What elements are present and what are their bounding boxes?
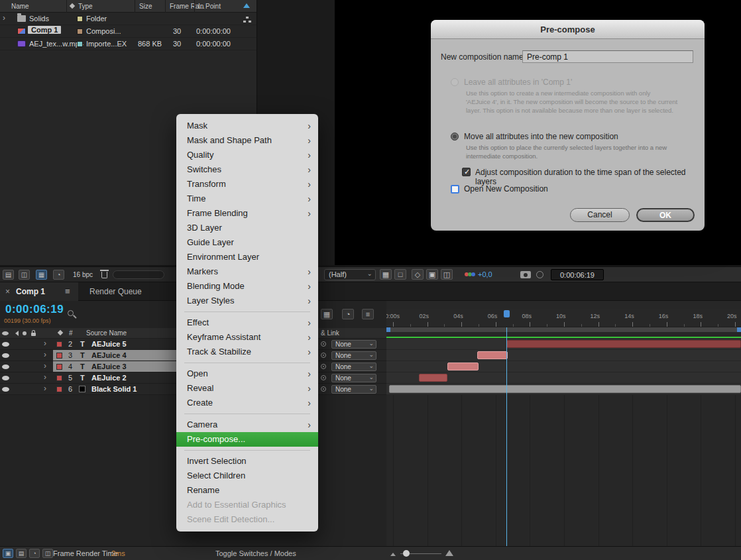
menu-item-blending-mode[interactable]: Blending Mode› xyxy=(176,279,318,294)
column-in-point[interactable]: In Point xyxy=(198,3,221,10)
radio-move-attributes[interactable] xyxy=(451,133,459,140)
cancel-button[interactable]: Cancel xyxy=(570,208,630,222)
work-area-end-handle[interactable] xyxy=(737,327,741,332)
menu-item-invert-selection[interactable]: Invert Selection xyxy=(176,454,318,469)
take-snapshot-icon[interactable] xyxy=(520,271,531,278)
menu-item-guide-layer[interactable]: Guide Layer xyxy=(176,235,318,250)
playhead[interactable] xyxy=(506,327,507,546)
label-color-swatch[interactable] xyxy=(56,353,62,359)
panel-menu-icon[interactable]: ≡ xyxy=(65,286,70,296)
eye-icon[interactable] xyxy=(2,387,9,392)
pick-whip-icon[interactable] xyxy=(321,386,326,392)
audio-column-speaker-icon[interactable] xyxy=(13,331,19,336)
open-new-composition-checkbox[interactable] xyxy=(451,185,459,194)
playhead-grabber[interactable] xyxy=(504,310,510,317)
menu-item-reveal[interactable]: Reveal› xyxy=(176,381,318,396)
menu-item-keyframe-assistant[interactable]: Keyframe Assistant› xyxy=(176,330,318,345)
enable-motion-blur-icon[interactable]: ◫ xyxy=(42,549,53,558)
pick-whip-icon[interactable] xyxy=(321,364,326,369)
rulers-icon[interactable]: □ xyxy=(394,269,406,280)
mini-flowchart-icon[interactable]: ▤ xyxy=(3,270,14,280)
new-composition-icon[interactable]: ▦ xyxy=(36,270,47,280)
menu-item-pre-compose[interactable]: Pre-compose... xyxy=(176,432,318,447)
eye-icon[interactable] xyxy=(2,342,9,347)
menu-item-camera[interactable]: Camera› xyxy=(176,418,318,432)
label-column-tag-icon[interactable] xyxy=(58,330,63,335)
grid-and-guides-icon[interactable]: ▦ xyxy=(380,269,392,280)
region-of-interest-icon[interactable]: ▣ xyxy=(426,269,438,280)
panel-collapse-arrow-icon[interactable] xyxy=(243,3,250,8)
hide-shy-layers-icon[interactable]: ◔ xyxy=(29,549,40,558)
current-time-display[interactable]: 0:00:06:19 xyxy=(5,303,64,316)
zoom-in-mountain-icon[interactable] xyxy=(445,550,453,556)
column-type[interactable]: Type xyxy=(78,3,93,10)
eye-icon[interactable] xyxy=(2,353,9,358)
menu-item-track-stabilize[interactable]: Track & Stabilize› xyxy=(176,345,318,359)
menu-item-layer-styles[interactable]: Layer Styles› xyxy=(176,294,318,308)
toggle-transparency-grid-icon[interactable]: ◫ xyxy=(441,269,453,280)
menu-item-create[interactable]: Create› xyxy=(176,396,318,410)
parent-link-select[interactable]: None⌄ xyxy=(331,385,376,394)
exposure-offset[interactable]: +0,0 xyxy=(478,270,492,278)
eye-icon[interactable] xyxy=(2,364,9,369)
layer-bar-aejuice-4[interactable] xyxy=(477,351,508,359)
tab-render-queue[interactable]: Render Queue xyxy=(89,287,142,296)
work-area-bar[interactable] xyxy=(386,327,741,332)
menu-item-transform[interactable]: Transform› xyxy=(176,177,318,192)
menu-item-environment-layer[interactable]: Environment Layer xyxy=(176,250,318,264)
show-snapshot-icon[interactable] xyxy=(536,271,543,278)
video-column-eye-icon[interactable] xyxy=(2,331,9,335)
column-name[interactable]: Name xyxy=(11,3,29,10)
label-color-swatch[interactable] xyxy=(56,375,62,381)
resolution-select[interactable]: (Half) ⌄ xyxy=(324,269,376,280)
close-icon[interactable]: × xyxy=(5,287,10,296)
layer-expand-chevron[interactable]: › xyxy=(44,372,46,382)
column-size[interactable]: Size xyxy=(139,3,152,10)
menu-item-quality[interactable]: Quality› xyxy=(176,148,318,162)
layer-bar-aejuice-3[interactable] xyxy=(447,363,479,370)
menu-item-3d-layer[interactable]: 3D Layer xyxy=(176,221,318,235)
composition-name-input[interactable] xyxy=(522,50,693,63)
twirl-icon[interactable]: › xyxy=(3,13,5,23)
toggle-switches-modes-button[interactable]: Toggle Switches / Modes xyxy=(215,549,296,557)
draft-3d-icon[interactable]: ▤ xyxy=(16,549,27,558)
menu-item-mask-and-shape-path[interactable]: Mask and Shape Path› xyxy=(176,133,318,148)
parent-link-select[interactable]: None⌄ xyxy=(331,363,376,371)
menu-item-markers[interactable]: Markers› xyxy=(176,264,318,279)
layer-expand-chevron[interactable]: › xyxy=(44,350,46,359)
column-divider[interactable] xyxy=(135,0,135,13)
layer-bar-black-solid-1[interactable] xyxy=(389,385,741,393)
layer-bar-aejuice-2[interactable] xyxy=(419,374,447,382)
toggle-mask-visibility-icon[interactable]: ◇ xyxy=(412,269,424,280)
source-name-column[interactable]: Source Name xyxy=(86,329,127,337)
ok-button[interactable]: OK xyxy=(636,208,695,222)
parent-link-select[interactable]: None⌄ xyxy=(331,351,376,360)
preview-time-indicator[interactable]: 0:00:06:19 xyxy=(551,269,604,280)
motion-blur-icon[interactable]: ◔ xyxy=(342,309,354,319)
menu-item-select-children[interactable]: Select Children xyxy=(176,469,318,483)
menu-item-mask[interactable]: Mask› xyxy=(176,119,318,133)
fast-previews-icon[interactable] xyxy=(465,272,475,278)
parent-link-select[interactable]: None⌄ xyxy=(331,340,376,349)
graph-editor-icon[interactable]: ≡ xyxy=(362,309,374,319)
tab-comp-1[interactable]: × Comp 1 ≡ xyxy=(0,282,78,301)
time-ruler[interactable]: 0:00s02s04s06s08s10s12s14s16s18s20s xyxy=(386,309,741,327)
layer-expand-chevron[interactable]: › xyxy=(44,361,46,370)
column-divider[interactable] xyxy=(66,0,67,13)
menu-item-time[interactable]: Time› xyxy=(176,192,318,206)
delete-icon[interactable] xyxy=(101,272,107,278)
live-update-icon[interactable]: ▣ xyxy=(3,549,13,558)
adjust-icon[interactable]: ◔ xyxy=(53,270,64,280)
label-color-swatch[interactable] xyxy=(56,364,62,370)
lock-column-icon[interactable] xyxy=(31,333,36,336)
pick-whip-icon[interactable] xyxy=(321,375,326,380)
label-color-swatch[interactable] xyxy=(56,341,62,347)
menu-item-switches[interactable]: Switches› xyxy=(176,162,318,177)
column-divider[interactable] xyxy=(194,0,195,13)
new-folder-icon[interactable]: ◫ xyxy=(19,270,30,280)
menu-item-frame-blending[interactable]: Frame Blending› xyxy=(176,206,318,221)
zoom-out-mountain-icon[interactable] xyxy=(390,553,396,556)
eye-icon[interactable] xyxy=(2,376,9,380)
parent-link-column[interactable]: & Link xyxy=(321,329,339,337)
label-color-swatch[interactable] xyxy=(56,386,62,392)
